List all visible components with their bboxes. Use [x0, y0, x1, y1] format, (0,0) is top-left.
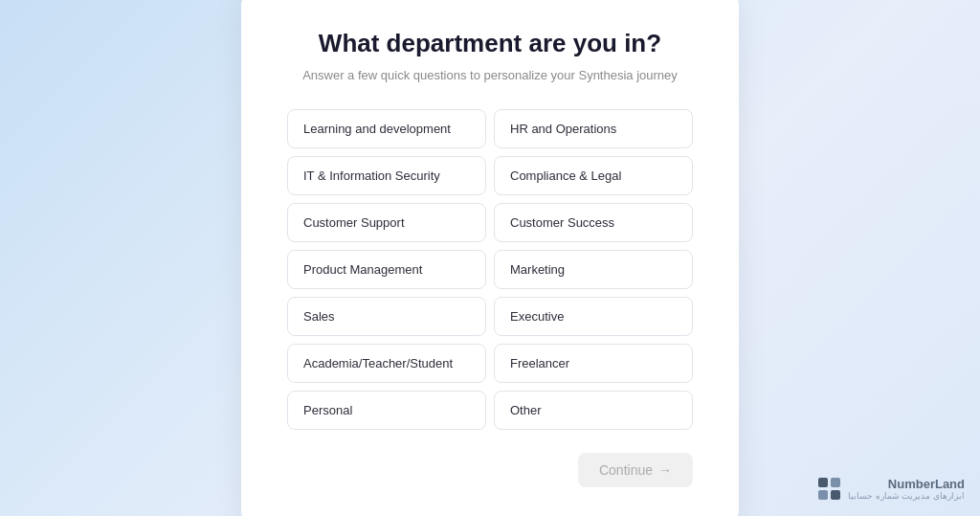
- watermark-subtitle: ابزارهای مدیریت شماره حسابیا: [848, 491, 965, 501]
- option-it[interactable]: IT & Information Security: [287, 156, 486, 195]
- option-sales[interactable]: Sales: [287, 297, 486, 336]
- continue-button[interactable]: Continue →: [578, 453, 693, 487]
- card-subtitle: Answer a few quick questions to personal…: [287, 68, 693, 82]
- card-title: What department are you in?: [287, 29, 693, 58]
- logo-sq2: [831, 478, 840, 487]
- logo-sq1: [818, 478, 828, 487]
- option-executive[interactable]: Executive: [494, 297, 693, 336]
- logo-sq3: [818, 490, 828, 500]
- watermark-brand: NumberLand: [848, 477, 965, 491]
- watermark-text-block: NumberLand ابزارهای مدیریت شماره حسابیا: [848, 477, 965, 501]
- option-hr[interactable]: HR and Operations: [494, 109, 693, 148]
- logo-sq4: [831, 490, 840, 500]
- option-academia[interactable]: Academia/Teacher/Student: [287, 344, 486, 383]
- option-other[interactable]: Other: [494, 391, 693, 430]
- option-learning[interactable]: Learning and development: [287, 109, 486, 148]
- watermark-logo: [818, 478, 840, 500]
- option-product[interactable]: Product Management: [287, 250, 486, 289]
- watermark: NumberLand ابزارهای مدیریت شماره حسابیا: [818, 477, 965, 501]
- option-compliance[interactable]: Compliance & Legal: [494, 156, 693, 195]
- card-footer: Continue →: [287, 453, 693, 487]
- continue-label: Continue: [599, 462, 653, 478]
- option-personal[interactable]: Personal: [287, 391, 486, 430]
- arrow-icon: →: [658, 462, 672, 478]
- option-marketing[interactable]: Marketing: [494, 250, 693, 289]
- options-grid: Learning and developmentHR and Operation…: [287, 109, 693, 430]
- option-support[interactable]: Customer Support: [287, 203, 486, 242]
- option-freelancer[interactable]: Freelancer: [494, 344, 693, 383]
- department-card: What department are you in? Answer a few…: [241, 0, 739, 516]
- option-success[interactable]: Customer Success: [494, 203, 693, 242]
